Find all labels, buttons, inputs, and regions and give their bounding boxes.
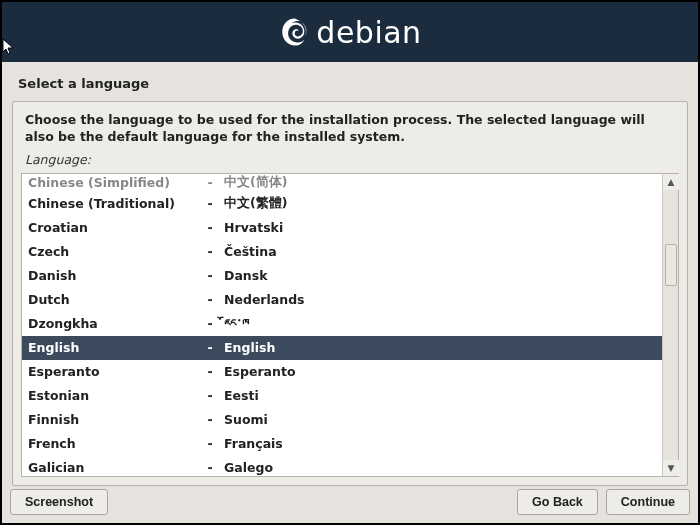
language-list-container: Chinese (Simplified)-中文(简体)Chinese (Trad… [21,173,679,477]
footer: Screenshot Go Back Continue [10,489,690,515]
language-row[interactable]: Chinese (Simplified)-中文(简体) [22,174,662,192]
language-english-name: Finnish [28,412,196,427]
language-english-name: Czech [28,244,196,259]
header: debian [2,2,698,62]
instructions-text: Choose the language to be used for the i… [21,110,679,150]
language-english-name: French [28,436,196,451]
language-english-name: Esperanto [28,364,196,379]
dash-separator: - [196,412,224,427]
dash-separator: - [196,220,224,235]
dash-separator: - [196,292,224,307]
language-row[interactable]: Danish-Dansk [22,264,662,288]
language-native-name: Čeština [224,244,662,259]
language-row[interactable]: English-English [22,336,662,360]
debian-logo: debian [278,15,421,50]
language-english-name: Galician [28,460,196,475]
language-native-name: ཇོང་ཁ [224,316,662,331]
scroll-up-icon[interactable]: ▲ [663,174,679,190]
language-row[interactable]: Finnish-Suomi [22,408,662,432]
scrollbar[interactable]: ▲ ▼ [662,174,678,476]
screenshot-button[interactable]: Screenshot [10,489,108,515]
language-native-name: 中文(繁體) [224,195,662,212]
dash-separator: - [196,364,224,379]
dash-separator: - [196,388,224,403]
dash-separator: - [196,196,224,211]
brand-text: debian [316,15,421,50]
language-english-name: Dutch [28,292,196,307]
language-row[interactable]: Esperanto-Esperanto [22,360,662,384]
language-row[interactable]: Estonian-Eesti [22,384,662,408]
language-english-name: English [28,340,196,355]
continue-button[interactable]: Continue [606,489,690,515]
language-native-name: Nederlands [224,292,662,307]
language-native-name: Galego [224,460,662,475]
language-list[interactable]: Chinese (Simplified)-中文(简体)Chinese (Trad… [22,174,662,476]
language-row[interactable]: Czech-Čeština [22,240,662,264]
dash-separator: - [196,316,224,331]
debian-swirl-icon [278,15,312,49]
language-native-name: Français [224,436,662,451]
dash-separator: - [196,175,224,190]
cursor-icon [2,38,16,56]
language-native-name: Hrvatski [224,220,662,235]
page-title: Select a language [2,62,698,101]
language-english-name: Chinese (Simplified) [28,175,196,190]
go-back-button[interactable]: Go Back [517,489,598,515]
language-row[interactable]: French-Français [22,432,662,456]
language-native-name: English [224,340,662,355]
dash-separator: - [196,268,224,283]
dash-separator: - [196,340,224,355]
language-native-name: 中文(简体) [224,174,662,191]
dash-separator: - [196,244,224,259]
language-english-name: Croatian [28,220,196,235]
scroll-thumb[interactable] [665,244,677,286]
language-english-name: Estonian [28,388,196,403]
main-panel: Choose the language to be used for the i… [12,101,688,486]
language-english-name: Dzongkha [28,316,196,331]
dash-separator: - [196,436,224,451]
language-native-name: Eesti [224,388,662,403]
language-row[interactable]: Croatian-Hrvatski [22,216,662,240]
language-english-name: Chinese (Traditional) [28,196,196,211]
language-row[interactable]: Galician-Galego [22,456,662,476]
scroll-down-icon[interactable]: ▼ [663,460,679,476]
language-native-name: Suomi [224,412,662,427]
language-row[interactable]: Dutch-Nederlands [22,288,662,312]
language-native-name: Dansk [224,268,662,283]
language-row[interactable]: Chinese (Traditional)-中文(繁體) [22,192,662,216]
field-label: Language: [21,150,679,173]
language-row[interactable]: Dzongkha-ཇོང་ཁ [22,312,662,336]
dash-separator: - [196,460,224,475]
language-english-name: Danish [28,268,196,283]
language-native-name: Esperanto [224,364,662,379]
